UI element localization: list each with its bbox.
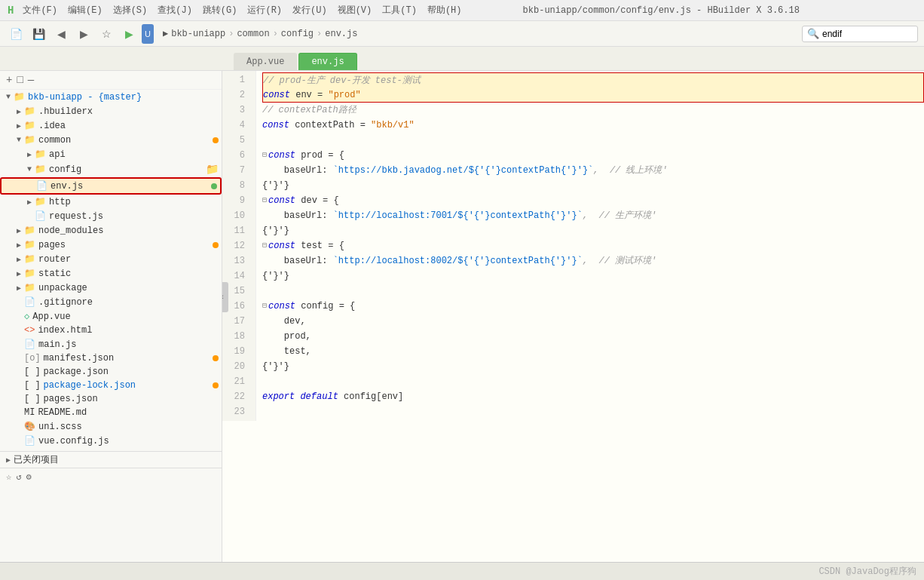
sidebar-item-env-js[interactable]: 📄 env.js (0, 177, 222, 195)
search-icon: 🔍 (807, 28, 819, 40)
code-line-2[interactable]: const env = "prod" (262, 87, 924, 103)
code-line-13[interactable]: baseUrl: `http://localhost:8002/${'{'}co… (262, 253, 924, 269)
sidebar-item-index-html[interactable]: ▶ <> index.html (0, 324, 222, 337)
sidebar-collapse-btn[interactable]: — (28, 74, 34, 86)
sidebar-btn-settings[interactable]: ⚙ (26, 471, 31, 483)
fold-btn-9[interactable]: ⊟ (262, 193, 267, 208)
code-line-21[interactable] (262, 374, 924, 389)
menu-help[interactable]: 帮助(H) (423, 2, 467, 18)
code-line-4[interactable]: const contextPath = "bkb/v1" (262, 118, 924, 133)
sidebar-item-pages-json[interactable]: ▶ [ ] pages.json (0, 392, 222, 406)
tree-label-idea: .idea (38, 121, 66, 131)
file-icon-vue-config-js: 📄 (24, 435, 35, 447)
menu-file[interactable]: 文件(F) (18, 2, 62, 18)
fold-btn-12[interactable]: ⊟ (262, 238, 267, 253)
hx-btn[interactable]: U (142, 24, 154, 44)
sidebar-item-unpackage[interactable]: ▶ 📁 unpackage (0, 281, 222, 295)
code-line-5[interactable] (262, 133, 924, 148)
file-icon-pages-json: [ ] (24, 394, 41, 404)
code-content[interactable]: // prod-生产 dev-开发 test-测试 const env = "p… (256, 71, 924, 421)
menu-tools[interactable]: 工具(T) (378, 2, 421, 18)
back-btn[interactable]: ◀ (51, 24, 71, 44)
bookmark-btn[interactable]: ☆ (96, 24, 116, 44)
sidebar-item-node-modules[interactable]: ▶ 📁 node_modules (0, 223, 222, 238)
sidebar-item-common[interactable]: ▼ 📁 common (0, 133, 222, 147)
code-text-6: prod = { (295, 148, 344, 163)
sidebar-item-idea[interactable]: ▶ 📁 .idea (0, 118, 222, 133)
code-line-10[interactable]: baseUrl: `http://localhost:7001/${'{'}co… (262, 208, 924, 223)
tab-app-vue[interactable]: App.vue (234, 53, 297, 70)
sidebar-item-request-js[interactable]: 📄 request.js (0, 209, 222, 223)
sidebar-item-vue-config-js[interactable]: ▶ 📄 vue.config.js (0, 434, 222, 448)
code-text-20: {'}'} (262, 359, 289, 374)
sidebar-collapse-handle[interactable]: ‹ (222, 282, 228, 312)
sidebar-item-static[interactable]: ▶ 📁 static (0, 266, 222, 281)
menu-view[interactable]: 视图(V) (333, 2, 377, 18)
file-icon-manifest-json: [o] (24, 353, 41, 364)
line-numbers: 1 2 3 4 5 6 7 8 9 10 11 12 13 14 15 16 1… (222, 71, 256, 421)
sidebar-item-pages[interactable]: ▶ 📁 pages (0, 238, 222, 252)
code-line-19[interactable]: test, (262, 344, 924, 359)
sidebar-item-uni-scss[interactable]: ▶ 🎨 uni.scss (0, 419, 222, 434)
code-line-8[interactable]: {'}'} (262, 178, 924, 193)
breadcrumb-envjs[interactable]: env.js (325, 29, 357, 39)
sidebar-layout-btn[interactable]: □ (17, 74, 23, 86)
sidebar-btn-refresh[interactable]: ↺ (16, 471, 21, 483)
config-folder-add-icon[interactable]: 📁 (206, 163, 219, 176)
code-line-20[interactable]: {'}'} (262, 359, 924, 374)
menu-publish[interactable]: 发行(U) (288, 2, 332, 18)
code-kw-const-16: const (268, 299, 295, 314)
tree-arrow-http: ▶ (24, 198, 35, 207)
new-file-btn[interactable]: 📄 (6, 24, 26, 44)
search-box[interactable]: 🔍 (802, 26, 918, 42)
sidebar-item-readme-md[interactable]: ▶ MI README.md (0, 406, 222, 419)
search-input[interactable] (822, 29, 913, 39)
code-line-14[interactable]: {'}'} (262, 269, 924, 284)
sidebar-item-manifest-json[interactable]: ▶ [o] manifest.json (0, 351, 222, 365)
menu-select[interactable]: 选择(S) (109, 2, 152, 18)
forward-btn[interactable]: ▶ (74, 24, 93, 44)
folder-icon-router: 📁 (24, 253, 35, 265)
sidebar-item-http[interactable]: ▶ 📁 http (0, 195, 222, 209)
sidebar-item-app-vue[interactable]: ▶ ◇ App.vue (0, 309, 222, 324)
fold-btn-6[interactable]: ⊟ (262, 148, 267, 163)
sidebar-item-closed-projects[interactable]: ▶ 已关闭项目 (0, 452, 222, 468)
sidebar-item-api[interactable]: ▶ 📁 api (0, 147, 222, 161)
code-line-3[interactable]: // contextPath路径 (262, 103, 924, 118)
code-line-7[interactable]: baseUrl: `https://bkb.javadog.net/${'{'}… (262, 163, 924, 178)
code-line-1[interactable]: // prod-生产 dev-开发 test-测试 (262, 72, 924, 87)
save-btn[interactable]: 💾 (29, 24, 48, 44)
code-line-17[interactable]: dev, (262, 314, 924, 329)
breadcrumb-bkb-uniapp[interactable]: bkb-uniapp (171, 29, 225, 39)
sidebar-item-router[interactable]: ▶ 📁 router (0, 252, 222, 266)
fold-btn-16[interactable]: ⊟ (262, 299, 267, 314)
file-icon-gitignore: 📄 (24, 296, 35, 308)
menu-run[interactable]: 运行(R) (243, 2, 286, 18)
code-line-18[interactable]: prod, (262, 329, 924, 344)
code-line-15[interactable] (262, 284, 924, 299)
breadcrumb-config[interactable]: config (281, 29, 314, 39)
code-line-6[interactable]: ⊟const prod = { (262, 148, 924, 163)
tree-label-package-lock-json: package-lock.json (44, 380, 136, 391)
breadcrumb-common[interactable]: common (237, 29, 269, 39)
run-btn[interactable]: ▶ (119, 24, 139, 44)
code-line-12[interactable]: ⊟const test = { (262, 238, 924, 253)
code-line-9[interactable]: ⊟const dev = { (262, 193, 924, 208)
code-line-16[interactable]: ⊟const config = { (262, 299, 924, 314)
sidebar-add-btn[interactable]: + (6, 74, 12, 86)
sidebar-item-gitignore[interactable]: ▶ 📄 .gitignore (0, 295, 222, 309)
sidebar-btn-new[interactable]: ☆ (6, 471, 11, 483)
menu-edit[interactable]: 编辑(E) (63, 2, 107, 18)
sidebar-item-package-lock-json[interactable]: ▶ [ ] package-lock.json (0, 379, 222, 392)
sidebar-item-bkb-uniapp[interactable]: ▼ 📁 bkb-uniapp - {master} (0, 90, 222, 104)
tab-env-js[interactable]: env.js (298, 53, 356, 70)
code-line-23[interactable] (262, 404, 924, 419)
code-line-22[interactable]: export default config[env] (262, 389, 924, 404)
menu-find[interactable]: 查找(J) (153, 2, 197, 18)
menu-jump[interactable]: 跳转(G) (198, 2, 242, 18)
sidebar-item-main-js[interactable]: ▶ 📄 main.js (0, 337, 222, 351)
code-line-11[interactable]: {'}'} (262, 223, 924, 238)
sidebar-item-config[interactable]: ▼ 📁 config 📁 (0, 161, 222, 177)
sidebar-item-hbuilderx[interactable]: ▶ 📁 .hbuilderx (0, 104, 222, 118)
sidebar-item-package-json[interactable]: ▶ [ ] package.json (0, 365, 222, 379)
